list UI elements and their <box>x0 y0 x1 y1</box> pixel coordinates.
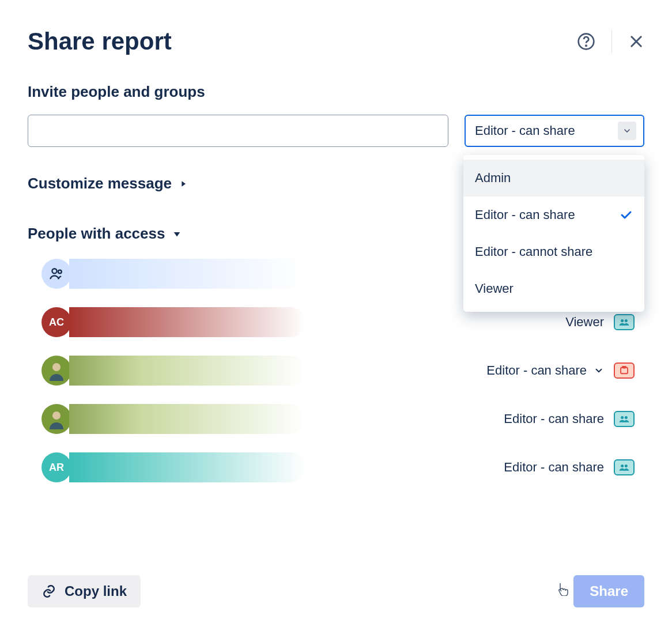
copy-link-label: Copy link <box>65 583 127 599</box>
name-bar <box>69 404 305 434</box>
svg-point-6 <box>52 363 61 371</box>
role-option[interactable]: Viewer <box>463 270 644 307</box>
caret-down-icon <box>172 229 182 239</box>
svg-point-5 <box>625 319 628 322</box>
role-option[interactable]: Admin <box>463 160 644 197</box>
access-role-label: Editor - can share <box>504 460 604 475</box>
role-option[interactable]: Editor - can share <box>463 197 644 233</box>
svg-point-3 <box>58 270 62 274</box>
help-button[interactable] <box>577 32 595 51</box>
chevron-down-icon <box>618 122 636 140</box>
access-role: Editor - can share <box>454 460 604 475</box>
close-button[interactable] <box>628 33 644 50</box>
svg-rect-8 <box>622 367 626 368</box>
access-badge <box>604 314 644 330</box>
svg-point-4 <box>621 319 624 322</box>
cursor-icon <box>557 582 568 596</box>
access-role-label: Editor - can share <box>504 411 604 426</box>
role-option-label: Editor - cannot share <box>475 244 592 259</box>
customize-message-label: Customize message <box>28 175 172 192</box>
access-role-label: Editor - can share <box>486 363 587 378</box>
access-role: Viewer <box>454 315 604 330</box>
group-badge-icon <box>614 411 635 427</box>
invite-section-label: Invite people and groups <box>28 83 644 101</box>
invite-input[interactable] <box>28 115 448 147</box>
people-with-access-label: People with access <box>28 225 165 243</box>
photo-avatar-icon <box>41 404 71 434</box>
copy-link-button[interactable]: Copy link <box>28 575 141 607</box>
avatar <box>41 404 71 434</box>
access-badge <box>604 459 644 475</box>
role-option[interactable]: Editor - cannot share <box>463 233 644 270</box>
people-icon <box>48 266 65 282</box>
header-divider <box>611 30 612 53</box>
check-icon <box>619 208 633 222</box>
role-select-label: Editor - can share <box>475 123 575 138</box>
avatar <box>41 356 71 386</box>
access-row: Editor - can share <box>41 356 644 386</box>
close-icon <box>628 33 644 50</box>
access-role[interactable]: Editor - can share <box>454 363 604 378</box>
name-bar <box>69 307 305 337</box>
access-role: Editor - can share <box>454 411 604 426</box>
access-row: Editor - can share <box>41 404 644 434</box>
group-badge-icon <box>614 459 635 475</box>
avatar <box>41 259 71 289</box>
caret-right-icon <box>179 179 188 188</box>
role-option-label: Admin <box>475 171 511 186</box>
name-bar <box>69 452 305 482</box>
avatar: AR <box>41 452 71 482</box>
role-option-label: Viewer <box>475 281 514 296</box>
share-button[interactable]: Share <box>573 575 644 607</box>
help-icon <box>577 32 595 51</box>
name-bar <box>69 356 305 386</box>
single-badge-icon <box>614 362 635 379</box>
name-bar <box>69 259 305 289</box>
svg-point-10 <box>621 416 624 419</box>
group-badge-icon <box>614 314 635 330</box>
link-icon <box>41 584 56 599</box>
access-row: AREditor - can share <box>41 452 644 482</box>
role-select[interactable]: Editor - can share AdminEditor - can sha… <box>465 115 644 147</box>
photo-avatar-icon <box>41 356 71 386</box>
svg-point-11 <box>625 416 628 419</box>
svg-point-1 <box>586 46 587 47</box>
role-option-label: Editor - can share <box>475 207 575 222</box>
avatar: AC <box>41 307 71 337</box>
access-badge <box>604 411 644 427</box>
svg-point-9 <box>52 411 61 420</box>
svg-point-13 <box>625 464 628 467</box>
share-button-label: Share <box>590 583 628 599</box>
role-dropdown: AdminEditor - can shareEditor - cannot s… <box>463 155 644 312</box>
access-badge <box>604 362 644 379</box>
access-role-label: Viewer <box>565 315 604 330</box>
svg-point-2 <box>52 269 56 273</box>
dialog-title: Share report <box>28 28 172 55</box>
chevron-down-icon <box>594 365 604 376</box>
svg-point-12 <box>621 464 624 467</box>
